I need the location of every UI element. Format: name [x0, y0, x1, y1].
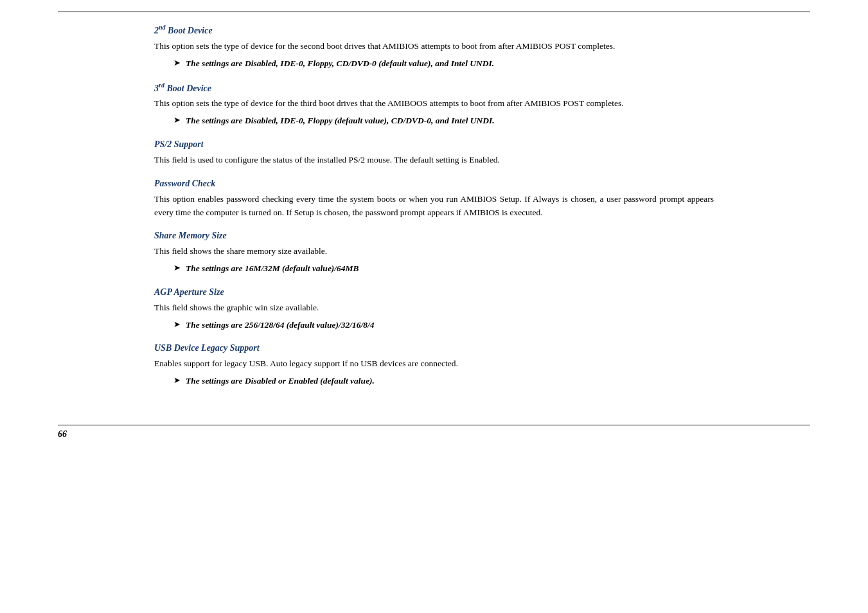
bullet-second-boot-device: ➤ The settings are Disabled, IDE-0, Flop…	[173, 57, 714, 70]
content-area: 2nd Boot Device This option sets the typ…	[154, 12, 714, 418]
section-agp-aperture-size: AGP Aperture Size This field shows the g…	[154, 287, 714, 332]
bullet-text-agp-aperture-size: The settings are 256/128/64 (default val…	[186, 319, 375, 332]
heading-agp-aperture-size: AGP Aperture Size	[154, 287, 714, 298]
body-share-memory-size: This field shows the share memory size a…	[154, 245, 714, 258]
body-agp-aperture-size: This field shows the graphic win size av…	[154, 301, 714, 315]
section-usb-device-legacy-support: USB Device Legacy Support Enables suppor…	[154, 343, 714, 387]
heading-sup: nd	[159, 24, 166, 31]
body-third-boot-device: This option sets the type of device for …	[154, 97, 714, 111]
heading-sup-3: rd	[159, 82, 164, 89]
bullet-arrow-icon-agp: ➤	[173, 319, 181, 330]
section-password-check: Password Check This option enables passw…	[154, 179, 714, 220]
bullet-text-usb-device-legacy-support: The settings are Disabled or Enabled (de…	[186, 375, 375, 387]
body-password-check: This option enables password checking ev…	[154, 193, 714, 220]
bullet-text-third-boot-device: The settings are Disabled, IDE-0, Floppy…	[186, 114, 495, 127]
bullet-third-boot-device: ➤ The settings are Disabled, IDE-0, Flop…	[173, 114, 714, 127]
bullet-usb-device-legacy-support: ➤ The settings are Disabled or Enabled (…	[173, 375, 714, 387]
page-container: 2nd Boot Device This option sets the typ…	[0, 12, 868, 613]
heading-rest-3: Boot Device	[164, 83, 211, 93]
bullet-arrow-icon-usb: ➤	[173, 375, 181, 386]
section-ps2-support: PS/2 Support This field is used to confi…	[154, 139, 714, 167]
bullet-text-share-memory-size: The settings are 16M/32M (default value)…	[186, 262, 359, 275]
heading-third-boot-device: 3rd Boot Device	[154, 82, 714, 94]
section-second-boot-device: 2nd Boot Device This option sets the typ…	[154, 24, 714, 70]
heading-ps2-support: PS/2 Support	[154, 139, 714, 150]
heading-share-memory-size: Share Memory Size	[154, 231, 714, 241]
heading-text: 2	[154, 26, 159, 35]
heading-second-boot-device: 2nd Boot Device	[154, 24, 714, 36]
bullet-arrow-icon-sms: ➤	[173, 263, 181, 273]
heading-password-check: Password Check	[154, 179, 714, 189]
heading-rest: Boot Device	[166, 26, 213, 35]
heading-text-3: 3	[154, 83, 159, 93]
section-third-boot-device: 3rd Boot Device This option sets the typ…	[154, 82, 714, 128]
page-number-area: 66	[58, 429, 810, 440]
page-number: 66	[58, 429, 67, 440]
bullet-share-memory-size: ➤ The settings are 16M/32M (default valu…	[173, 262, 714, 275]
body-second-boot-device: This option sets the type of device for …	[154, 40, 714, 53]
bullet-agp-aperture-size: ➤ The settings are 256/128/64 (default v…	[173, 319, 714, 332]
bullet-arrow-icon: ➤	[173, 58, 181, 68]
body-ps2-support: This field is used to configure the stat…	[154, 154, 714, 167]
bullet-text-second-boot-device: The settings are Disabled, IDE-0, Floppy…	[186, 57, 494, 70]
bullet-arrow-icon-3: ➤	[173, 115, 181, 125]
bottom-rule	[58, 425, 810, 425]
section-share-memory-size: Share Memory Size This field shows the s…	[154, 231, 714, 275]
heading-usb-device-legacy-support: USB Device Legacy Support	[154, 343, 714, 353]
body-usb-device-legacy-support: Enables support for legacy USB. Auto leg…	[154, 357, 714, 371]
